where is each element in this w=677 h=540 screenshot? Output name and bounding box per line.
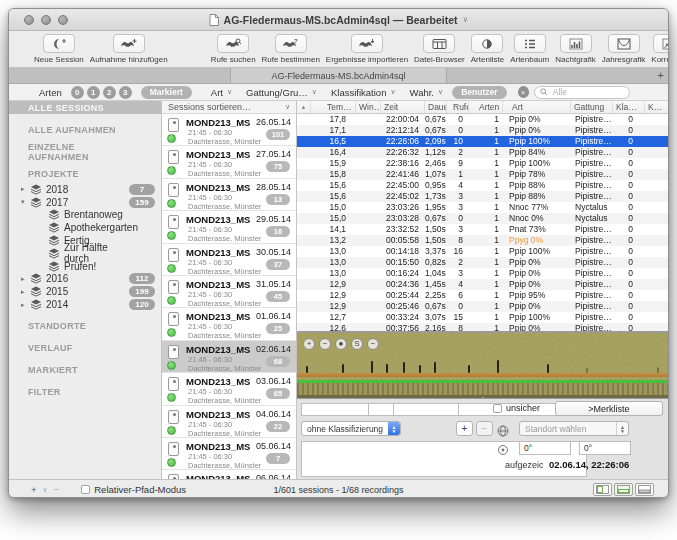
merkliste-button[interactable]: >Merkliste xyxy=(555,401,663,416)
remove-button[interactable]: − xyxy=(54,484,60,495)
markiert-filter-pill[interactable]: Markiert xyxy=(141,86,192,99)
sidebar-item[interactable]: ALLE SESSIONS xyxy=(9,101,161,114)
sidebar-item[interactable]: ▾ 2017 159 xyxy=(9,196,161,209)
session-row[interactable]: MOND213_MS 26.05.14 21:45 - 06:30 Dachte… xyxy=(162,114,296,146)
longitude-field[interactable]: 0° xyxy=(579,441,631,455)
level-badge[interactable]: 0 xyxy=(71,86,84,99)
disclosure-triangle-icon[interactable]: ▸ xyxy=(21,288,30,296)
unsicher-checkbox[interactable] xyxy=(493,404,502,413)
sort-indicator-icon[interactable]: ▲ xyxy=(297,101,311,114)
column-header-k[interactable]: K… xyxy=(645,101,668,114)
sidebar-item[interactable]: PROJEKTE xyxy=(9,167,161,180)
toolbar-button-jahresgrafik[interactable]: Jahresgrafik xyxy=(602,34,646,64)
toolbar-button-rufe-bestimmen[interactable]: ? Rufe bestimmen xyxy=(262,34,320,64)
toolbar-button-artenliste[interactable]: Artenliste xyxy=(471,34,504,64)
session-row[interactable]: MOND213_MS 30.05.14 21:45 - 06:30 Dachte… xyxy=(162,244,296,276)
session-row[interactable]: MOND213_MS 06.06.14 21:45 - 06:30 Dachte… xyxy=(162,470,296,479)
toolbar-button-aufnahme-hinzufuegen[interactable]: Aufnahme hinzufügen xyxy=(90,34,168,64)
session-row[interactable]: MOND213_MS 28.05.14 21:45 - 06:30 Dachte… xyxy=(162,179,296,211)
sidebar-item[interactable]: ▸ 2018 7 xyxy=(9,183,161,196)
column-header-kla[interactable]: Kla… xyxy=(613,101,645,114)
sidebar-item[interactable]: Prüfen! xyxy=(9,260,161,273)
spectrogram-control-button[interactable]: − xyxy=(367,338,379,350)
session-row[interactable]: MOND213_MS 03.06.14 21:45 - 06:30 Dachte… xyxy=(162,373,296,405)
standort-select[interactable]: Standort wählen ▲▼ xyxy=(519,421,629,436)
session-row[interactable]: MOND213_MS 02.06.14 21:45 - 06:30 Dachte… xyxy=(162,341,296,373)
add-button[interactable]: + xyxy=(31,484,37,495)
filter-dropdown[interactable]: Art ∨ xyxy=(211,87,232,98)
search-field[interactable] xyxy=(534,86,630,99)
sidebar-item[interactable]: FILTER xyxy=(9,386,161,399)
sidebar-item[interactable]: EINZELNE AUFNAHMEN xyxy=(9,145,161,158)
sessions-sort-header[interactable]: Sessions sortieren… ∨ xyxy=(162,101,296,114)
session-row[interactable]: MOND213_MS 27.05.14 21:45 - 06:30 Dachte… xyxy=(162,146,296,178)
clear-filter-icon[interactable]: × xyxy=(518,86,529,98)
view-toggle-vertical-split[interactable] xyxy=(593,483,612,496)
benutzer-filter-pill[interactable]: Benutzer xyxy=(452,86,506,99)
filter-dropdown[interactable]: Klassifikation ∨ xyxy=(331,87,396,98)
toolbar-button-artenbaum[interactable]: Artenbaum xyxy=(510,34,549,64)
column-header-arten[interactable]: Arten xyxy=(469,101,503,114)
toolbar-button-korrelator[interactable]: Korrelator xyxy=(651,34,669,64)
remove-classification-button[interactable]: − xyxy=(476,421,493,436)
filter-dropdown[interactable]: Wahr. ∨ xyxy=(410,87,444,98)
close-button[interactable] xyxy=(24,15,34,25)
filter-dropdown[interactable]: Gattung/Gru… ∨ xyxy=(246,87,317,98)
sidebar-item[interactable]: Apothekergarten xyxy=(9,221,161,234)
proxy-chevron-icon[interactable]: ∨ xyxy=(463,15,469,24)
latitude-field[interactable]: 0° xyxy=(519,441,571,455)
toolbar-button-nachtgrafik[interactable]: Nachtgrafik xyxy=(555,34,595,64)
session-row[interactable]: MOND213_MS 04.06.14 21:45 - 06:30 Dachte… xyxy=(162,406,296,438)
sidebar-item[interactable]: Zur Hälfte durch xyxy=(9,247,161,260)
session-row[interactable]: MOND213_MS 05.06.14 21:45 - 06:30 Dachte… xyxy=(162,438,296,470)
path-mode-checkbox[interactable] xyxy=(81,485,90,494)
disclosure-triangle-icon[interactable]: ▾ xyxy=(21,198,30,206)
spectrogram-control-button[interactable]: − xyxy=(319,338,331,350)
zoom-button[interactable] xyxy=(58,15,68,25)
level-badge[interactable]: 2 xyxy=(103,86,116,99)
spectrogram-control-button[interactable]: + xyxy=(303,338,315,350)
sidebar-item[interactable]: Brentanoweg xyxy=(9,209,161,222)
session-row[interactable]: MOND213_MS 29.05.14 21:45 - 06:30 Dachte… xyxy=(162,211,296,243)
toolbar-button-datei-browser[interactable]: Datei-Browser xyxy=(414,34,465,64)
sidebar-item[interactable]: MARKIERT xyxy=(9,364,161,377)
measure-field-3[interactable] xyxy=(393,403,459,416)
disclosure-triangle-icon[interactable]: ▸ xyxy=(21,185,30,193)
sidebar-item[interactable]: ▸ 2015 199 xyxy=(9,285,161,298)
toolbar-button-ergebnisse-importieren[interactable]: Ergebnisse importieren xyxy=(326,34,408,64)
level-badge[interactable]: 1 xyxy=(87,86,100,99)
column-header-zeit[interactable]: Zeit xyxy=(381,101,425,114)
unsicher-checkbox-row[interactable]: unsicher xyxy=(493,403,540,413)
disclosure-triangle-icon[interactable]: ▸ xyxy=(21,301,30,309)
measure-field-1[interactable] xyxy=(301,403,369,416)
search-input[interactable] xyxy=(551,86,624,98)
spectrogram-control-button[interactable]: S xyxy=(351,338,363,350)
sidebar-item[interactable]: ▸ 2014 120 xyxy=(9,298,161,311)
new-tab-button[interactable]: + xyxy=(658,69,664,81)
column-header-win[interactable]: Win… xyxy=(356,101,381,114)
column-header-rufe[interactable]: Rufe xyxy=(447,101,469,114)
add-menu-chevron-icon[interactable]: ∨ xyxy=(43,486,48,494)
column-header-art[interactable]: Art xyxy=(503,101,571,114)
spectrogram[interactable]: +−●S− xyxy=(297,331,668,399)
toolbar-button-rufe-suchen[interactable]: Rufe suchen xyxy=(211,34,256,64)
sidebar-item[interactable]: VERLAUF xyxy=(9,342,161,355)
spectrogram-control-button[interactable]: ● xyxy=(335,338,347,350)
column-header-gattung[interactable]: Gattung xyxy=(571,101,613,114)
view-toggle-horizontal-split[interactable] xyxy=(614,483,633,496)
session-row[interactable]: MOND213_MS 01.06.14 21:45 - 06:30 Dachte… xyxy=(162,308,296,340)
classification-select[interactable]: ohne Klassifizierung ▲▼ xyxy=(301,421,401,436)
measure-field-2[interactable] xyxy=(368,403,394,416)
sidebar-item[interactable]: ▸ 2016 112 xyxy=(9,273,161,286)
view-toggle-single[interactable] xyxy=(635,483,654,496)
sidebar-item[interactable]: STANDORTE xyxy=(9,320,161,333)
document-tab[interactable]: AG-Fledermaus-MS.bcAdmin4sql xyxy=(230,68,446,83)
sidebar-item[interactable]: ALLE AUFNAHMEN xyxy=(9,123,161,136)
session-row[interactable]: MOND213_MS 31.05.14 21:45 - 06:30 Dachte… xyxy=(162,276,296,308)
level-badge[interactable]: 3 xyxy=(119,86,132,99)
column-header-temp[interactable]: Tem… xyxy=(311,101,356,114)
disclosure-triangle-icon[interactable]: ▸ xyxy=(21,275,30,283)
path-mode-row[interactable]: Relativer-Pfad-Modus xyxy=(81,484,186,495)
minimize-button[interactable] xyxy=(41,15,51,25)
toolbar-button-neue-session[interactable]: Neue Session xyxy=(34,34,84,64)
